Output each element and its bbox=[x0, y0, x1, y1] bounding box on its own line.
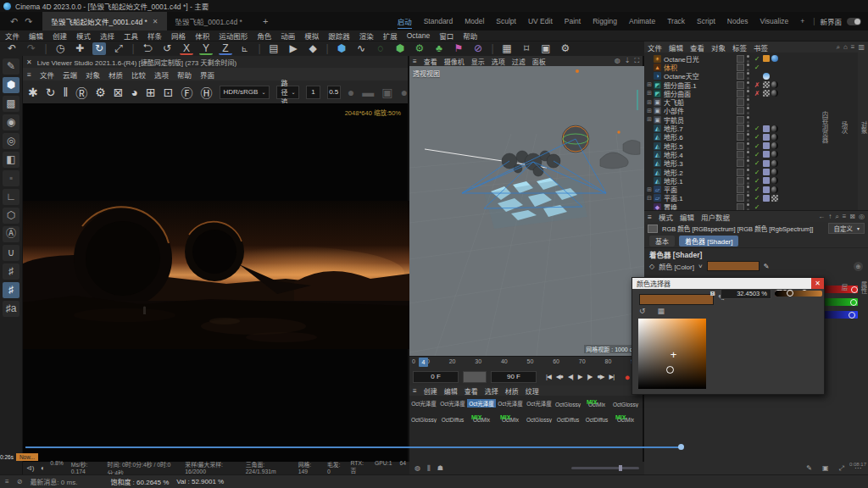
lv-tool-icon[interactable]: ◕ bbox=[131, 86, 138, 99]
workspace-item[interactable]: Script bbox=[697, 15, 715, 27]
toolbar-icon[interactable]: ◌ bbox=[374, 42, 387, 55]
menu-item[interactable]: 网格 bbox=[171, 30, 186, 41]
toolbar-icon[interactable]: ✚ bbox=[73, 42, 86, 55]
kernel-dropdown[interactable]: 路径追⌄ bbox=[276, 86, 299, 99]
enable-check[interactable]: ✓ bbox=[753, 159, 761, 167]
workspace-item[interactable]: Nodes bbox=[727, 15, 748, 27]
menu-item[interactable]: 模拟 bbox=[304, 30, 319, 41]
toolbar-icon[interactable]: ⮌ bbox=[141, 42, 154, 55]
enable-check[interactable]: ✓ bbox=[753, 186, 761, 193]
slider-knob[interactable] bbox=[787, 290, 793, 297]
undo-icon[interactable]: ↶ bbox=[10, 16, 18, 27]
object-tag[interactable] bbox=[763, 134, 770, 141]
workspace-item[interactable]: Rigging bbox=[593, 15, 617, 27]
transport-button[interactable]: ▶| bbox=[609, 373, 615, 380]
layer-checkbox[interactable] bbox=[737, 55, 744, 63]
visibility-dots[interactable] bbox=[747, 142, 750, 150]
record-button[interactable]: ● bbox=[625, 372, 631, 382]
enable-check[interactable]: ✓ bbox=[753, 142, 761, 150]
object-row[interactable]: ⊞ ▣ 大飞船 bbox=[644, 97, 858, 106]
visibility-dots[interactable] bbox=[747, 125, 750, 132]
expand-icon[interactable]: ⊟ bbox=[647, 195, 654, 202]
material-item[interactable]: OctDiffus bbox=[438, 411, 467, 426]
layer-checkbox[interactable] bbox=[737, 194, 744, 202]
lv-tool-icon[interactable]: Ⓗ bbox=[201, 84, 213, 101]
layer-checkbox[interactable] bbox=[737, 133, 744, 141]
lv-tool-icon[interactable]: Ⓡ bbox=[75, 84, 87, 101]
chevron-down-icon[interactable]: ˅ bbox=[698, 263, 703, 270]
toolbar-icon[interactable]: ▦ bbox=[500, 42, 514, 55]
menu-item[interactable]: 选择 bbox=[100, 30, 114, 41]
visibility-dots[interactable] bbox=[747, 81, 750, 89]
material-footer-icon[interactable]: ⫼ bbox=[427, 464, 431, 473]
object-row[interactable]: ☀ Octane日光 ✓ bbox=[644, 54, 858, 63]
workspace-item[interactable]: Sculpt bbox=[496, 15, 516, 27]
lv-tool-icon[interactable]: ⊡ bbox=[164, 86, 174, 99]
object-tag[interactable] bbox=[763, 151, 770, 158]
visibility-dots[interactable] bbox=[747, 98, 750, 106]
workspace-item[interactable]: Model bbox=[465, 15, 484, 27]
mode-icon[interactable]: ▩ bbox=[3, 96, 19, 112]
menu-item[interactable]: 动画 bbox=[281, 30, 295, 41]
object-tag[interactable] bbox=[771, 195, 778, 202]
object-row[interactable]: ◭ 地形.4 ✓ bbox=[644, 150, 858, 158]
lv-tool-icon[interactable]: ⊞ bbox=[146, 86, 156, 99]
lv-menu-item[interactable]: 界面 bbox=[200, 69, 214, 80]
material-footer-icon[interactable]: ◍ bbox=[415, 464, 420, 473]
visibility-dots[interactable] bbox=[747, 169, 750, 176]
object-tag[interactable] bbox=[763, 125, 770, 132]
mode-icon[interactable]: ♯ bbox=[3, 263, 19, 280]
object-tag[interactable] bbox=[763, 55, 770, 62]
toolbar-icon[interactable]: ◆ bbox=[306, 42, 320, 55]
picker-mode-icon[interactable]: ↺ bbox=[639, 307, 646, 315]
material-item[interactable]: OctGlossy bbox=[525, 411, 554, 426]
toolbar-icon[interactable]: ⤢ bbox=[112, 42, 125, 55]
object-row[interactable]: ◭ 地形.1 ✓ bbox=[644, 176, 858, 185]
color-ring-marker[interactable] bbox=[666, 366, 674, 374]
om-corner-icon[interactable]: ≡ bbox=[851, 43, 855, 52]
menu-item[interactable]: 样条 bbox=[147, 30, 162, 41]
frame-slider[interactable] bbox=[463, 371, 487, 383]
object-tag[interactable] bbox=[763, 142, 770, 149]
lv-tool-icon[interactable]: Ⓕ bbox=[181, 84, 193, 101]
blue-slider[interactable] bbox=[824, 311, 858, 319]
enable-check[interactable]: ✓ bbox=[753, 55, 761, 63]
am-corner-icon[interactable]: ≡ bbox=[843, 213, 847, 221]
expand-icon[interactable]: ⊞ bbox=[647, 186, 654, 193]
new-tab-button[interactable]: + bbox=[251, 16, 280, 26]
workspace-item[interactable]: Standard bbox=[424, 15, 453, 27]
object-tag[interactable] bbox=[763, 169, 770, 175]
visibility-dots[interactable] bbox=[747, 90, 750, 97]
picker-mode-icon[interactable]: ▦ bbox=[658, 307, 665, 315]
layer-checkbox[interactable] bbox=[737, 72, 744, 80]
expand-icon[interactable]: ⊞ bbox=[647, 90, 654, 97]
layer-checkbox[interactable] bbox=[737, 142, 744, 150]
viewport-corner-icon[interactable]: ◍ bbox=[615, 57, 620, 65]
transport-button[interactable]: |▶ bbox=[587, 373, 593, 380]
toolbar-icon[interactable]: ↺ bbox=[160, 42, 174, 55]
material-menu-item[interactable]: 查看 bbox=[465, 386, 478, 396]
toolbar-icon[interactable]: ▶ bbox=[287, 42, 300, 55]
om-menu-item[interactable]: 查看 bbox=[690, 42, 704, 53]
am-menu-item[interactable]: 编辑 bbox=[680, 212, 694, 222]
material-item[interactable]: OctGlossy bbox=[554, 396, 582, 411]
channel-slider[interactable] bbox=[775, 291, 822, 297]
material-item[interactable]: OctGlossy bbox=[611, 396, 640, 411]
toolbar-icon[interactable]: | bbox=[131, 42, 135, 55]
mode-icon[interactable]: ▪ bbox=[3, 170, 19, 186]
document-tab[interactable]: 坠毁飞船_0001.c4d * bbox=[167, 12, 251, 30]
am-corner-icon[interactable]: ↑ bbox=[828, 213, 832, 221]
object-tag[interactable] bbox=[763, 186, 770, 193]
am-corner-icon[interactable]: ← bbox=[818, 213, 825, 221]
material-item[interactable]: OctDiffus bbox=[554, 411, 582, 426]
toolbar-icon[interactable]: ▣ bbox=[539, 42, 553, 55]
object-row[interactable]: ⊞ ◩ 细分曲面 ✗ bbox=[644, 89, 858, 97]
dialog-title-bar[interactable]: 颜色选择器 ✕ bbox=[632, 278, 824, 289]
om-menu-item[interactable]: 编辑 bbox=[669, 42, 683, 53]
object-tag[interactable] bbox=[771, 55, 778, 62]
object-tag[interactable] bbox=[771, 90, 778, 97]
menu-item[interactable]: 模式 bbox=[76, 30, 91, 41]
enable-check[interactable]: ✓ bbox=[753, 125, 761, 132]
material-item[interactable]: Oct光泽度 bbox=[467, 396, 496, 411]
toolbar-icon[interactable]: ⬢ bbox=[335, 42, 348, 55]
